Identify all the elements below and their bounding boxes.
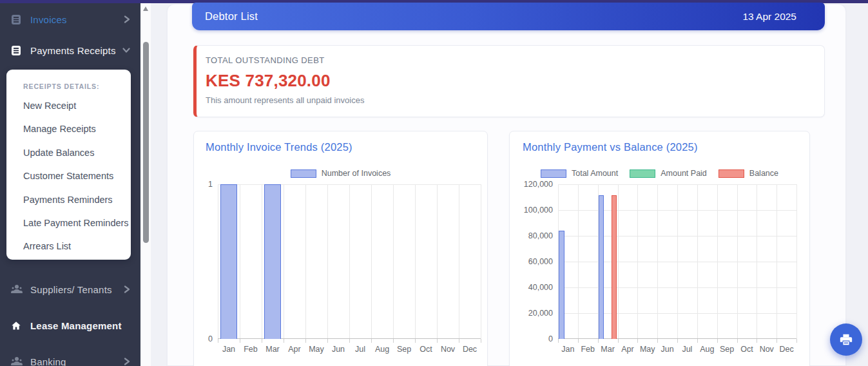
x-tickmark <box>677 339 678 343</box>
x-tick-label: Sep <box>720 345 734 354</box>
legend-entry[interactable]: Number of Invoices <box>291 169 391 178</box>
x-tickmark <box>558 339 559 343</box>
x-tickmark <box>598 339 599 343</box>
x-tickmark <box>697 339 698 343</box>
sidebar-item-label: Lease Management <box>30 320 122 331</box>
invoice-trends-chart-card: Monthly Invoice Trends (2025) Number of … <box>193 131 488 366</box>
y-tick-label: 1 <box>208 180 213 189</box>
x-axis-line <box>218 338 481 339</box>
bar-jan-total-amount <box>559 231 564 339</box>
page-title: Debtor List <box>205 10 258 23</box>
submenu-item-customer-statements[interactable]: Customer Statements <box>23 164 131 188</box>
x-tickmark <box>618 339 619 343</box>
chevron-right-icon <box>124 15 130 23</box>
x-tickmark <box>305 339 306 343</box>
x-gridline <box>437 184 438 339</box>
legend-label: Number of Invoices <box>322 169 391 178</box>
x-gridline <box>305 184 306 339</box>
x-gridline <box>618 184 619 339</box>
x-tick-label: Apr <box>288 345 300 354</box>
x-gridline <box>578 184 579 339</box>
x-gridline <box>677 184 678 339</box>
x-tick-label: Mar <box>265 345 280 354</box>
x-gridline <box>796 184 797 339</box>
x-tick-label: Mar <box>601 345 615 354</box>
y-tick-label: 20,000 <box>528 309 553 318</box>
x-tick-label: Dec <box>779 345 793 354</box>
legend-label: Amount Paid <box>661 169 707 178</box>
x-tick-label: May <box>640 345 655 354</box>
x-gridline <box>717 184 718 339</box>
x-gridline <box>218 184 218 339</box>
x-tick-label: Feb <box>581 345 595 354</box>
sidebar-item-label: Invoices <box>30 14 67 25</box>
x-tickmark <box>481 339 481 343</box>
y-tick-label: 120,000 <box>524 180 553 189</box>
header-date: 13 Apr 2025 <box>742 11 796 23</box>
sidebar-item-label: Banking <box>30 356 66 366</box>
y-tick-label: 60,000 <box>528 257 553 266</box>
sidebar-item-payments-receipts[interactable]: Payments Receipts <box>0 39 140 62</box>
x-gridline <box>240 184 240 339</box>
x-gridline <box>262 184 262 339</box>
bar-mar-total-amount <box>599 195 604 339</box>
x-tickmark <box>796 339 797 343</box>
x-tickmark <box>371 339 372 343</box>
sidebar-scrollbar-thumb[interactable] <box>143 42 149 243</box>
sidebar-item-banking[interactable]: Banking <box>0 350 140 366</box>
x-tickmark <box>776 339 777 343</box>
app-window: Invoices Payments Receipts RECEIPTS DETA… <box>0 0 868 366</box>
submenu-item-update-balances[interactable]: Update Balances <box>23 141 131 164</box>
chevron-down-icon <box>122 47 130 53</box>
debt-note: This amount represents all unpaid invoic… <box>206 95 824 105</box>
legend-entry[interactable]: Balance <box>719 169 778 178</box>
sidebar-item-lease-management[interactable]: Lease Management <box>0 314 140 337</box>
sidebar-item-invoices[interactable]: Invoices <box>0 8 140 31</box>
legend-swatch-icon <box>291 169 316 178</box>
x-tick-label: Jun <box>332 345 345 354</box>
legend-swatch-icon <box>719 169 744 178</box>
chart-title: Monthly Invoice Trends (2025) <box>206 141 352 153</box>
sidebar-scrollbar-track[interactable] <box>140 3 151 366</box>
scrollbar-up-arrow-icon[interactable] <box>143 6 148 11</box>
submenu-item-manage-receipts[interactable]: Manage Receipts <box>23 117 131 140</box>
chart-title: Monthly Payment vs Balance (2025) <box>523 141 698 153</box>
legend-entry[interactable]: Total Amount <box>541 169 618 178</box>
y-tick-label: 0 <box>208 334 213 343</box>
users-icon <box>10 284 22 294</box>
x-tickmark <box>393 339 394 343</box>
sidebar-item-label: Suppliers/ Tenants <box>30 284 112 295</box>
debt-card-label: TOTAL OUTSTANDING DEBT <box>206 55 824 65</box>
submenu-item-new-receipt[interactable]: New Receipt <box>23 94 131 117</box>
print-button[interactable] <box>830 323 862 356</box>
y-tick-label: 40,000 <box>528 283 553 292</box>
x-tickmark <box>578 339 579 343</box>
legend-swatch-icon <box>541 169 566 178</box>
receipts-submenu: RECEIPTS DETAILS: New Receipt Manage Rec… <box>6 70 131 260</box>
x-tickmark <box>459 339 459 343</box>
page-header: Debtor List 13 Apr 2025 <box>192 3 825 30</box>
legend-entry[interactable]: Amount Paid <box>630 169 707 178</box>
legend-label: Balance <box>749 169 778 178</box>
x-gridline <box>637 184 638 339</box>
x-tick-label: Jul <box>682 345 692 354</box>
x-tickmark <box>349 339 350 343</box>
x-gridline <box>393 184 394 339</box>
submenu-item-arrears-list[interactable]: Arrears List <box>23 235 131 258</box>
x-tickmark <box>240 339 240 343</box>
chart-legend: Total AmountAmount PaidBalance <box>510 169 809 178</box>
x-tick-label: Jan <box>561 345 574 354</box>
debt-amount: KES 737,320.00 <box>206 71 824 91</box>
x-tick-label: Nov <box>760 345 774 354</box>
x-tickmark <box>637 339 638 343</box>
x-gridline <box>737 184 738 339</box>
submenu-item-payments-reminders[interactable]: Payments Reminders <box>23 188 131 211</box>
x-tickmark <box>218 339 218 343</box>
x-tick-label: Nov <box>441 345 455 354</box>
x-tick-label: Oct <box>740 345 753 354</box>
x-tick-label: Aug <box>375 345 389 354</box>
sidebar-item-suppliers-tenants[interactable]: Suppliers/ Tenants <box>0 278 140 301</box>
x-gridline <box>657 184 658 339</box>
submenu-item-late-payment-reminders[interactable]: Late Payment Reminders <box>23 211 131 235</box>
x-gridline <box>459 184 459 339</box>
